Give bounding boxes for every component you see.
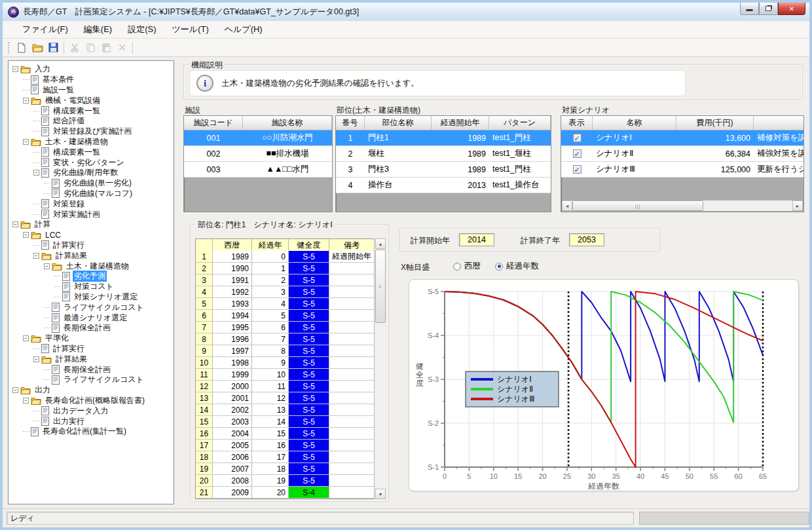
tree-item-24[interactable]: 最適シナリオ選定 (9, 312, 174, 323)
menu-item-0[interactable]: ファイル(F) (14, 21, 76, 38)
grade-row[interactable]: 819967S-5 (196, 333, 375, 345)
tree-item-28[interactable]: −計算結果 (9, 354, 174, 364)
tree-item-27[interactable]: 計算実行 (9, 344, 174, 354)
calc-end-field[interactable]: 2053 (569, 233, 604, 246)
scroll-left-arrow[interactable]: ◄ (562, 200, 572, 211)
tree-item-22[interactable]: 対策シナリオ選定 (9, 292, 174, 303)
visibility-checkbox[interactable]: ✓ (573, 165, 581, 174)
grade-row[interactable]: 319912S-5 (196, 274, 375, 286)
tree-item-2[interactable]: 施設一覧 (9, 85, 174, 96)
tree-item-14[interactable]: 対策実施計画 (9, 209, 174, 219)
column-header[interactable]: 部位名称 (365, 116, 432, 130)
scroll-down-arrow[interactable]: ▼ (375, 489, 386, 499)
tree-item-23[interactable]: ライフサイクルコスト (9, 302, 174, 312)
grade-row[interactable]: 12200011S-5 (196, 381, 375, 392)
expand-collapse-box[interactable]: − (23, 398, 29, 404)
menu-item-3[interactable]: ツール(T) (164, 21, 217, 38)
column-header[interactable]: 経過開始年 (432, 116, 489, 130)
tree-item-31[interactable]: −出力 (9, 385, 174, 396)
facility-row[interactable]: 001○○川防潮水門 (184, 130, 332, 146)
visibility-checkbox[interactable]: ✓ (573, 149, 581, 158)
tree-item-20[interactable]: 劣化予測 (9, 271, 174, 282)
facility-row[interactable]: 003▲▲□□水門 (184, 162, 332, 178)
grade-row[interactable]: 16200415S-5 (196, 428, 375, 440)
copy-button[interactable] (83, 40, 98, 56)
grade-row[interactable]: 719956S-5 (196, 322, 375, 333)
tree-item-12[interactable]: 劣化曲線(マルコフ) (9, 189, 174, 199)
scenario-row[interactable]: ✓シナリオⅡ66,384補強対策を講じる予防 (561, 146, 803, 162)
visibility-checkbox[interactable]: ✓ (573, 134, 581, 142)
scroll-right-arrow[interactable]: ► (792, 200, 803, 211)
expand-collapse-box[interactable]: − (12, 66, 18, 72)
scroll-up-arrow[interactable]: ▲ (375, 238, 386, 249)
grade-row[interactable]: 21200920S-4 (196, 487, 375, 499)
tree-item-18[interactable]: −計算結果 (9, 250, 174, 261)
vertical-scrollbar[interactable]: ▲≡▼ (375, 238, 386, 499)
column-header[interactable]: 名称 (593, 116, 676, 130)
radio-icon[interactable] (495, 263, 503, 271)
parts-row[interactable]: 4操作台2013test1_操作台 (336, 178, 551, 193)
tree-item-21[interactable]: 対策コスト (9, 282, 174, 292)
tree-item-29[interactable]: 長期保全計画 (9, 364, 174, 375)
grade-row[interactable]: 519934S-5 (196, 298, 375, 310)
menu-item-1[interactable]: 編集(E) (76, 21, 120, 38)
tree-item-10[interactable]: −劣化曲線/耐用年数 (9, 168, 174, 178)
grade-row[interactable]: 15200314S-5 (196, 416, 375, 428)
tree-item-5[interactable]: 総合評価 (9, 116, 174, 126)
tree-item-33[interactable]: 出力データ入力 (9, 406, 174, 416)
parts-row[interactable]: 1門柱11989test1_門柱 (336, 130, 551, 146)
expand-collapse-box[interactable]: − (12, 387, 18, 393)
menu-item-2[interactable]: 設定(S) (120, 21, 164, 38)
grade-row[interactable]: 219901S-5 (196, 263, 375, 274)
tree-item-17[interactable]: 計算実行 (9, 240, 174, 251)
open-file-button[interactable] (29, 40, 45, 56)
column-header[interactable]: 表示 (561, 116, 593, 130)
tree-item-7[interactable]: −土木・建築構造物 (9, 137, 174, 147)
expand-collapse-box[interactable]: − (44, 263, 50, 269)
calc-start-field[interactable]: 2014 (459, 233, 494, 246)
cut-button[interactable] (67, 40, 83, 56)
tree-item-16[interactable]: −LCC (9, 230, 174, 240)
tree-item-34[interactable]: 出力実行 (9, 416, 174, 426)
tree-item-32[interactable]: −長寿命化計画(概略版報告書) (9, 396, 174, 406)
grade-row[interactable]: 13200112S-5 (196, 392, 375, 404)
expand-collapse-box[interactable]: − (12, 221, 18, 227)
grade-row[interactable]: 18200617S-5 (196, 451, 375, 463)
tree-item-26[interactable]: −平準化 (9, 333, 174, 344)
column-header[interactable]: 番号 (336, 116, 365, 130)
scenario-row[interactable]: ✓シナリオⅢ125,000更新を行うシナリオ (561, 162, 803, 178)
grade-row[interactable]: 419923S-5 (196, 286, 375, 298)
minimize-button[interactable]: ▬ (740, 3, 759, 15)
tree-item-3[interactable]: −機械・電気設備 (9, 95, 174, 105)
grade-row[interactable]: 919978S-5 (196, 345, 375, 357)
tree-item-8[interactable]: 構成要素一覧 (9, 147, 174, 157)
horizontal-scrollbar[interactable]: ◄|||► (562, 200, 803, 211)
new-file-button[interactable] (14, 40, 29, 56)
tree-item-15[interactable]: −計算 (9, 219, 174, 230)
grade-row[interactable]: 11199910S-5 (196, 369, 375, 381)
grade-row[interactable]: 119890S-5経過開始年 (196, 251, 375, 263)
tree-item-6[interactable]: 対策登録及び実施計画 (9, 126, 174, 137)
expand-collapse-box[interactable]: − (33, 253, 39, 259)
tree-item-35[interactable]: 長寿命化計画(集計一覧) (9, 426, 174, 437)
grade-row[interactable]: 14200213S-5 (196, 404, 375, 416)
expand-collapse-box[interactable]: − (23, 139, 29, 145)
tree-item-9[interactable]: 変状・劣化パターン (9, 157, 174, 168)
column-header[interactable]: パターン (489, 116, 551, 130)
paste-button[interactable] (98, 40, 114, 56)
x-axis-radio-keika[interactable]: 経過年数 (495, 261, 539, 272)
tree-item-19[interactable]: −土木・建築構造物 (9, 261, 174, 271)
tree-item-25[interactable]: 長期保全計画 (9, 323, 174, 333)
expand-collapse-box[interactable]: − (33, 170, 39, 176)
save-button[interactable] (45, 40, 61, 56)
column-header[interactable] (754, 116, 804, 130)
column-header[interactable]: 施設名称 (243, 116, 332, 130)
close-button[interactable]: ✕ (778, 3, 805, 15)
facility-row[interactable]: 002■■排水機場 (184, 146, 332, 162)
tree-item-11[interactable]: 劣化曲線(単一劣化) (9, 178, 174, 189)
column-header[interactable]: 費用(千円) (676, 116, 754, 130)
tree-item-13[interactable]: 対策登録 (9, 199, 174, 209)
toolbar-grip[interactable] (8, 42, 11, 54)
parts-row[interactable]: 3門柱31989test1_門柱 (336, 162, 551, 178)
scrollbar-thumb[interactable]: ||| (572, 200, 703, 211)
